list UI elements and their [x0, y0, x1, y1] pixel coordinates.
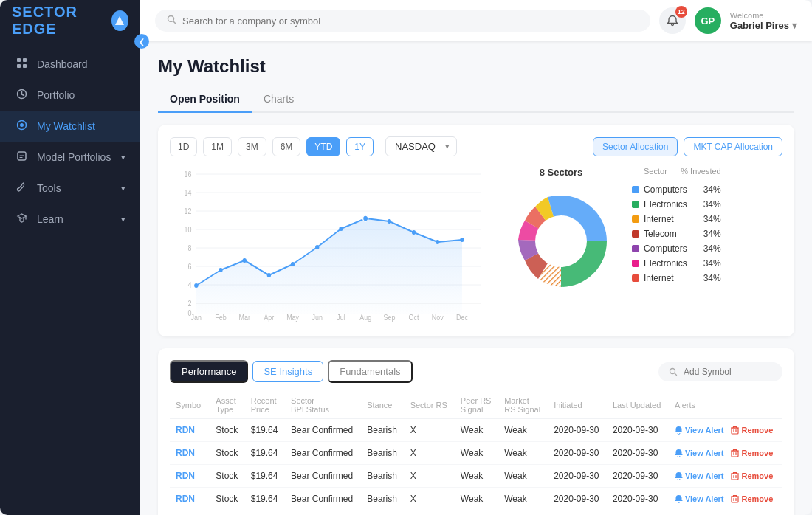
- time-btn-1y[interactable]: 1Y: [346, 137, 374, 156]
- svg-text:14: 14: [185, 189, 192, 198]
- remove-btn-3[interactable]: Remove: [731, 494, 773, 503]
- sidebar-item-model-portfolios[interactable]: Model Portfolios ▾: [0, 142, 140, 173]
- search-bar[interactable]: [155, 10, 650, 32]
- cell-symbol-1: RDN: [170, 442, 210, 465]
- notifications-button[interactable]: 12: [659, 7, 686, 34]
- svg-point-54: [535, 215, 587, 267]
- sidebar-item-tools[interactable]: Tools ▾: [0, 173, 140, 204]
- cell-initiated-1: 2020-09-30: [548, 442, 607, 465]
- view-alert-btn-3[interactable]: View Alert: [675, 494, 724, 503]
- sidebar-label-portfolio: Portfolio: [37, 89, 75, 101]
- svg-text:10: 10: [185, 226, 192, 235]
- user-avatar[interactable]: GP: [695, 7, 721, 34]
- cell-bpi-2: Bear Confirmed: [285, 465, 361, 488]
- learn-icon: [15, 212, 28, 226]
- logo-edge: EDGE: [12, 21, 57, 37]
- time-btn-6m[interactable]: 6M: [272, 137, 301, 156]
- search-input[interactable]: [182, 15, 639, 27]
- sidebar-label-watchlist: My Watchlist: [37, 120, 95, 132]
- donut-chart: 8 Sectors: [502, 167, 620, 303]
- col-initiated: Initiated: [548, 392, 607, 419]
- svg-rect-1: [17, 58, 21, 62]
- cell-market-rs-0: Weak: [498, 419, 548, 442]
- time-btn-3m[interactable]: 3M: [238, 137, 266, 156]
- svg-point-28: [194, 283, 198, 288]
- cell-stance-1: Bearish: [361, 442, 404, 465]
- tab-open-position[interactable]: Open Position: [158, 87, 252, 113]
- time-btn-1m[interactable]: 1M: [203, 137, 232, 156]
- legend-table: Sector % Invested Computers 34% Electron…: [632, 167, 721, 286]
- add-symbol-wrap: [658, 362, 782, 381]
- cell-last-updated-3: 2020-09-30: [607, 488, 669, 511]
- col-sector-rs: Sector RS: [405, 392, 455, 419]
- symbol-link-1[interactable]: RDN: [176, 448, 195, 458]
- sidebar-item-watchlist[interactable]: My Watchlist: [0, 111, 140, 142]
- remove-btn-2[interactable]: Remove: [731, 471, 773, 480]
- btab-se-insights[interactable]: SE Insights: [252, 361, 323, 382]
- cell-bpi-1: Bear Confirmed: [285, 442, 361, 465]
- remove-btn-1[interactable]: Remove: [731, 449, 773, 457]
- donut-section: 8 Sectors: [502, 167, 782, 325]
- view-alert-btn-1[interactable]: View Alert: [675, 449, 724, 457]
- svg-rect-58: [732, 474, 738, 480]
- cell-last-updated-2: 2020-09-30: [607, 465, 669, 488]
- svg-point-32: [291, 262, 295, 266]
- logo-icon: [111, 10, 128, 31]
- page-title: My Watchlist: [158, 56, 794, 77]
- cell-bpi-0: Bear Confirmed: [285, 419, 361, 442]
- cell-market-rs-2: Weak: [498, 465, 548, 488]
- sidebar-item-portfolio[interactable]: Portfolio: [0, 80, 140, 111]
- svg-marker-0: [115, 16, 124, 25]
- svg-text:12: 12: [185, 207, 192, 216]
- time-btn-1d[interactable]: 1D: [170, 137, 197, 156]
- view-alert-btn-0[interactable]: View Alert: [675, 426, 724, 435]
- cell-asset-3: Stock: [210, 488, 244, 511]
- legend-item-5: Electronics 34%: [632, 256, 721, 271]
- svg-text:Jun: Jun: [312, 314, 323, 322]
- legend-dot-2: [632, 215, 639, 223]
- svg-point-29: [219, 268, 222, 272]
- col-asset-type: AssetType: [210, 392, 244, 419]
- cell-alerts-3: View Alert Remove: [669, 488, 782, 511]
- sidebar-item-learn[interactable]: Learn ▾: [0, 204, 140, 235]
- header-actions: 12 GP Welcome Gabriel Pires ▾: [659, 7, 797, 34]
- sidebar-toggle[interactable]: ❮: [134, 34, 149, 49]
- bottom-tabs: Performance SE Insights Fundamentals: [170, 360, 782, 383]
- user-info: Welcome Gabriel Pires ▾: [730, 11, 797, 31]
- table-row: RDN Stock $19.64 Bear Confirmed Bearish …: [170, 419, 782, 442]
- symbol-link-0[interactable]: RDN: [176, 425, 195, 435]
- view-alert-btn-2[interactable]: View Alert: [675, 471, 724, 480]
- logo-sector: SECTOR: [12, 4, 78, 20]
- mkt-cap-allocation-btn[interactable]: MKT CAP Allocation: [684, 137, 782, 156]
- cell-initiated-0: 2020-09-30: [548, 419, 607, 442]
- svg-rect-2: [23, 58, 27, 62]
- tab-charts[interactable]: Charts: [252, 87, 306, 113]
- user-dropdown-icon[interactable]: ▾: [792, 20, 797, 31]
- sidebar-item-dashboard[interactable]: Dashboard: [0, 49, 140, 80]
- symbol-link-2[interactable]: RDN: [176, 471, 195, 481]
- cell-stance-3: Bearish: [361, 488, 404, 511]
- svg-text:Mar: Mar: [239, 314, 250, 322]
- svg-point-9: [168, 16, 174, 22]
- chart-section: 1D 1M 3M 6M YTD 1Y NASDAQ NYSE S&P 500 S…: [158, 125, 794, 336]
- cell-asset-0: Stock: [210, 419, 244, 442]
- add-symbol-input[interactable]: [684, 367, 772, 377]
- cell-market-rs-3: Weak: [498, 488, 548, 511]
- cell-symbol-0: RDN: [170, 419, 210, 442]
- user-name: Gabriel Pires ▾: [730, 20, 797, 31]
- btab-performance[interactable]: Performance: [170, 360, 248, 383]
- sector-allocation-btn[interactable]: Sector Allocation: [593, 137, 678, 156]
- main-tabs: Open Position Charts: [158, 87, 794, 113]
- exchange-dropdown[interactable]: NASDAQ NYSE S&P 500: [385, 136, 457, 156]
- table-row: RDN Stock $19.64 Bear Confirmed Bearish …: [170, 442, 782, 465]
- bottom-section: Performance SE Insights Fundamentals Sym…: [158, 348, 794, 515]
- dashboard-icon: [15, 58, 28, 71]
- time-btn-ytd[interactable]: YTD: [306, 137, 340, 156]
- legend-dot-3: [632, 230, 639, 238]
- cell-stance-0: Bearish: [361, 419, 404, 442]
- remove-btn-0[interactable]: Remove: [731, 426, 773, 435]
- chart-controls: 1D 1M 3M 6M YTD 1Y NASDAQ NYSE S&P 500 S…: [170, 136, 782, 156]
- svg-text:Apr: Apr: [264, 314, 274, 322]
- btab-fundamentals[interactable]: Fundamentals: [328, 360, 412, 383]
- symbol-link-3[interactable]: RDN: [176, 494, 195, 504]
